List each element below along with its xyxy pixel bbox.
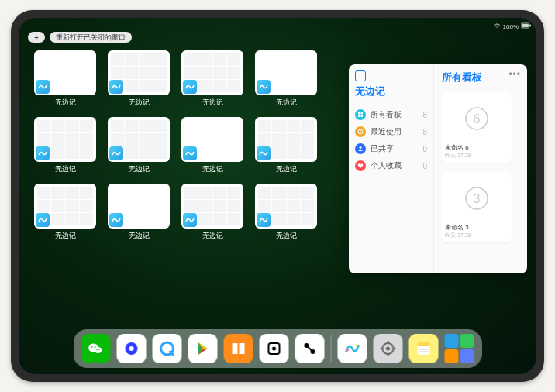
dock-recent-apps-icon[interactable] xyxy=(445,334,474,363)
svg-point-18 xyxy=(98,349,99,350)
freeform-app-window[interactable]: 无边记 所有看板8最近使用8已共享0个人收藏0 ••• 所有看板 6未命名 6昨… xyxy=(349,64,527,273)
window-thumbnail[interactable]: 无边记 xyxy=(255,50,317,108)
battery-pct: 100% xyxy=(503,23,519,30)
window-thumbnail[interactable]: 无边记 xyxy=(34,117,96,174)
thumbnail-card xyxy=(34,184,96,229)
freeform-icon xyxy=(36,213,50,227)
board-card[interactable]: 3未命名 3昨天 17:29 xyxy=(442,172,512,242)
window-thumbnail[interactable]: 无边记 xyxy=(181,50,243,108)
ipad-frame: 100% + 重新打开已关闭的窗口 无边记无边记无边记无边记无边记无边记无边记无… xyxy=(11,10,544,382)
status-bar: 100% xyxy=(23,21,532,32)
dock-freeform-icon[interactable] xyxy=(338,334,367,363)
freeform-icon xyxy=(183,213,197,227)
thumbnail-card xyxy=(108,50,170,95)
sidebar-toggle-icon[interactable] xyxy=(355,70,366,81)
thumbnail-label: 无边记 xyxy=(202,164,223,174)
main-title: 所有看板 xyxy=(442,70,519,84)
wifi-icon xyxy=(493,22,501,30)
freeform-icon xyxy=(257,146,271,160)
reopen-closed-window-button[interactable]: 重新打开已关闭的窗口 xyxy=(50,32,132,43)
top-controls: + 重新打开已关闭的窗口 xyxy=(28,32,132,43)
window-thumbnail[interactable]: 无边记 xyxy=(34,50,96,108)
reopen-label: 重新打开已关闭的窗口 xyxy=(56,33,126,43)
thumbnail-label: 无边记 xyxy=(55,231,76,241)
dock-dice-icon[interactable] xyxy=(260,334,289,363)
thumbnail-card xyxy=(255,117,317,162)
window-thumbnail[interactable]: 无边记 xyxy=(34,184,96,241)
svg-point-27 xyxy=(346,349,349,352)
screen: 100% + 重新打开已关闭的窗口 无边记无边记无边记无边记无边记无边记无边记无… xyxy=(19,18,536,374)
window-thumbnail[interactable]: 无边记 xyxy=(108,50,170,108)
window-thumbnail[interactable]: 无边记 xyxy=(108,117,170,174)
sidebar-item[interactable]: 个人收藏0 xyxy=(355,157,427,174)
sidebar: 无边记 所有看板8最近使用8已共享0个人收藏0 xyxy=(349,64,434,273)
sidebar-item-label: 所有看板 xyxy=(371,109,402,120)
freeform-icon xyxy=(109,80,123,94)
svg-point-23 xyxy=(272,347,276,351)
svg-rect-6 xyxy=(361,115,364,118)
window-thumbnail[interactable]: 无边记 xyxy=(255,184,317,241)
dock-wechat-icon[interactable] xyxy=(81,334,111,363)
thumbnail-card xyxy=(181,184,243,229)
dock-connect-icon[interactable] xyxy=(295,334,325,363)
board-name: 未命名 6 xyxy=(445,143,508,152)
board-card[interactable]: 6未命名 6昨天 17:29 xyxy=(442,92,512,163)
sidebar-item-label: 最近使用 xyxy=(371,126,402,137)
thumbnail-label: 无边记 xyxy=(55,98,76,108)
thumbnail-card xyxy=(108,117,170,162)
sidebar-item[interactable]: 已共享0 xyxy=(355,140,427,157)
thumbnail-label: 无边记 xyxy=(276,98,297,108)
square-grid-icon xyxy=(355,109,366,120)
sidebar-item-label: 个人收藏 xyxy=(371,160,402,171)
board-time: 昨天 17:29 xyxy=(445,232,508,239)
thumbnail-label: 无边记 xyxy=(129,98,150,108)
dock-separator xyxy=(331,335,332,362)
board-preview: 6 xyxy=(445,95,508,142)
svg-point-17 xyxy=(96,349,97,350)
freeform-icon xyxy=(183,80,197,94)
window-thumbnail[interactable]: 无边记 xyxy=(181,117,243,174)
dock-play-icon[interactable] xyxy=(188,334,218,363)
thumbnail-label: 无边记 xyxy=(55,164,76,174)
svg-rect-4 xyxy=(361,112,364,115)
sidebar-item-count: 8 xyxy=(422,111,427,119)
dock-settings-icon[interactable] xyxy=(374,334,403,363)
svg-point-29 xyxy=(386,347,390,351)
dock-notes-icon[interactable] xyxy=(409,334,439,363)
main-panel: ••• 所有看板 6未命名 6昨天 17:293未命名 3昨天 17:29 xyxy=(434,64,527,273)
sidebar-item-count: 0 xyxy=(422,162,427,170)
thumbnail-label: 无边记 xyxy=(202,231,223,241)
sidebar-item-count: 8 xyxy=(422,128,427,136)
thumbnail-card xyxy=(181,117,243,162)
freeform-icon xyxy=(109,146,123,160)
window-thumbnail[interactable]: 无边记 xyxy=(255,117,317,174)
svg-point-8 xyxy=(360,146,362,149)
freeform-icon xyxy=(109,213,123,227)
dock-books-icon[interactable] xyxy=(224,334,253,363)
thumbnail-label: 无边记 xyxy=(276,231,297,241)
svg-point-26 xyxy=(356,345,358,347)
svg-rect-2 xyxy=(530,25,532,27)
board-time: 昨天 17:29 xyxy=(445,152,508,160)
thumbnail-card xyxy=(108,184,170,229)
svg-rect-1 xyxy=(522,24,529,27)
sidebar-title: 无边记 xyxy=(355,84,427,98)
more-icon[interactable]: ••• xyxy=(508,69,521,80)
sidebar-item-count: 0 xyxy=(422,145,427,153)
thumbnail-label: 无边记 xyxy=(202,98,223,108)
add-window-button[interactable]: + xyxy=(28,32,45,43)
dock-quark-b-icon[interactable] xyxy=(153,334,182,363)
battery-icon xyxy=(521,22,532,30)
thumbnail-label: 无边记 xyxy=(276,164,297,174)
sidebar-item[interactable]: 所有看板8 xyxy=(355,106,427,123)
sidebar-item[interactable]: 最近使用8 xyxy=(355,123,427,140)
thumbnail-card xyxy=(255,50,317,95)
freeform-icon xyxy=(257,80,271,94)
plus-icon: + xyxy=(34,33,39,42)
dock-quark-a-icon[interactable] xyxy=(117,334,147,363)
svg-point-14 xyxy=(95,347,102,353)
window-thumbnail[interactable]: 无边记 xyxy=(108,184,170,241)
freeform-icon xyxy=(257,213,271,227)
window-thumbnail[interactable]: 无边记 xyxy=(181,184,243,241)
clock-icon xyxy=(355,126,366,137)
